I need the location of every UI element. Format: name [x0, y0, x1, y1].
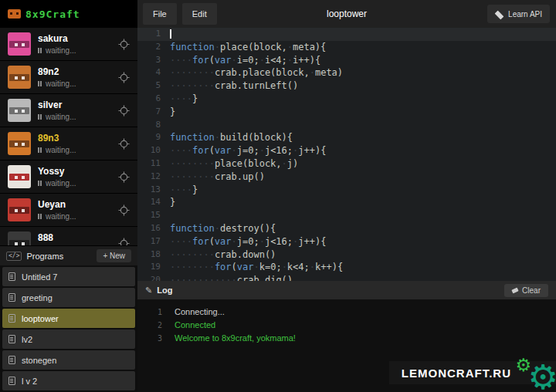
code-brackets-icon [6, 252, 22, 261]
menu-edit[interactable]: Edit [182, 3, 217, 25]
program-label: greeting [22, 293, 53, 302]
locate-icon[interactable] [118, 72, 130, 83]
code-line: 3 ····for(var·i=0;·i<4;·i++){ [137, 54, 556, 67]
line-number: 13 [137, 184, 161, 197]
crab-robot-icon [8, 9, 21, 19]
locate-icon[interactable] [118, 39, 130, 50]
player-name: sakura [38, 33, 118, 44]
code-text [161, 119, 170, 132]
clear-log-button[interactable]: Clear [504, 284, 548, 297]
player-status: waiting... [38, 79, 118, 88]
player-avatar [8, 132, 31, 155]
player-name: Ueyan [38, 199, 118, 210]
code-line: 17 ····for(var·j=0;·j<16;·j++){ [137, 235, 556, 248]
code-text: function·build(block){ [161, 131, 293, 144]
code-text: ····for(var·j=0;·j<16;·j++){ [161, 144, 326, 157]
avatar-face [9, 107, 29, 114]
code-line: 20 ············crab.dig() [137, 274, 556, 281]
code-line: 7 } [137, 106, 556, 119]
code-line: 12 ········crab.up() [137, 171, 556, 184]
watermark-text: LEMONCRAFT.RU [402, 367, 511, 380]
locate-icon[interactable] [118, 238, 130, 246]
log-line-number: 1 [137, 306, 175, 319]
player-row[interactable]: 89n2 waiting... [0, 61, 137, 94]
code-line: 11 ········place(block,·j) [137, 157, 556, 171]
locate-icon[interactable] [118, 204, 130, 216]
line-number: 5 [137, 79, 161, 93]
line-number: 6 [137, 93, 161, 106]
locate-icon[interactable] [118, 138, 130, 150]
document-icon [8, 356, 15, 364]
pause-icon [38, 147, 42, 153]
learn-api-label: Learn API [508, 10, 542, 19]
log-lines: 1 Connecting... 2 Connected 3 Welcome to… [137, 299, 556, 345]
pause-icon [38, 214, 42, 219]
program-list[interactable]: Untitled 7 greeting looptower lv2 stoneg… [0, 265, 137, 392]
code-text: ····} [161, 184, 198, 197]
program-item[interactable]: looptower [2, 309, 135, 328]
player-list[interactable]: sakura waiting... 89n2 waiting... [0, 28, 137, 245]
player-row[interactable]: Ueyan waiting... [0, 194, 137, 227]
pause-icon [38, 81, 42, 86]
locate-icon[interactable] [118, 105, 130, 117]
player-status-text: waiting... [46, 79, 76, 88]
program-item[interactable]: lv2 [2, 329, 135, 349]
avatar-face [9, 41, 29, 48]
code-text [161, 209, 170, 222]
program-label: Untitled 7 [22, 272, 57, 282]
code-text: ····} [161, 93, 198, 106]
avatar-face [9, 240, 29, 245]
learn-api-button[interactable]: Learn API [487, 5, 550, 23]
pause-icon [38, 48, 42, 53]
program-item[interactable]: greeting [2, 288, 135, 307]
program-label: l v 2 [22, 377, 37, 386]
player-name: Yossy [38, 166, 118, 177]
menu-file[interactable]: File [143, 3, 177, 25]
line-number: 2 [137, 41, 161, 54]
line-number: 12 [137, 171, 161, 184]
player-status-text: waiting... [46, 46, 76, 55]
line-number: 8 [137, 119, 161, 132]
program-label: lv2 [22, 335, 32, 344]
player-status-text: waiting... [46, 113, 76, 121]
player-avatar [8, 66, 31, 89]
locate-icon[interactable] [118, 171, 130, 183]
code-line: 8 [137, 119, 556, 132]
player-row[interactable]: Yossy waiting... [0, 161, 137, 194]
code-text: } [161, 106, 175, 119]
player-status: waiting... [38, 113, 118, 121]
new-program-button[interactable]: + New [97, 249, 131, 262]
log-line-text: Welcome to 8x9craft, yokmama! [175, 332, 296, 345]
sidebar: sakura waiting... 89n2 waiting... [0, 28, 137, 392]
code-line: 16 function·destroy(){ [137, 222, 556, 235]
top-bar: 8x9Craft File Edit looptower Learn API [0, 0, 556, 28]
code-text: ········crab.place(block,·meta) [161, 66, 343, 79]
player-status-text: waiting... [46, 212, 76, 221]
player-avatar [8, 165, 31, 188]
program-item[interactable]: l v 2 [2, 371, 135, 390]
programs-title: Programs [26, 252, 97, 261]
program-item[interactable]: stonegen [2, 350, 135, 370]
player-status-text: waiting... [46, 179, 76, 188]
player-row[interactable]: sakura waiting... [0, 28, 137, 61]
player-status: waiting... [38, 212, 118, 221]
avatar-face [9, 207, 29, 214]
log-title: Log [157, 286, 504, 295]
player-row[interactable]: 89n3 waiting... [0, 127, 137, 161]
code-line: 1 [137, 28, 556, 41]
code-editor[interactable]: 1 2 function·place(block,·meta){ 3 ····f… [137, 28, 556, 281]
player-name: 89n2 [38, 66, 118, 77]
player-name: 888 [38, 232, 118, 243]
code-text: ········for(var·k=0;·k<4;·k++){ [161, 261, 343, 274]
text-cursor [170, 29, 171, 39]
code-line: 15 [137, 209, 556, 222]
line-number: 20 [137, 274, 161, 281]
avatar-face [9, 74, 29, 81]
code-text: ····for(var·j=0;·j<16;·j++){ [161, 235, 326, 248]
player-row[interactable]: silver waiting... [0, 94, 137, 127]
log-line-text: Connecting... [175, 306, 225, 319]
code-text: ········crab.down() [161, 248, 276, 262]
log-line-number: 2 [137, 319, 175, 332]
program-item[interactable]: Untitled 7 [2, 267, 135, 286]
player-row[interactable]: 888 waiting... [0, 227, 137, 245]
